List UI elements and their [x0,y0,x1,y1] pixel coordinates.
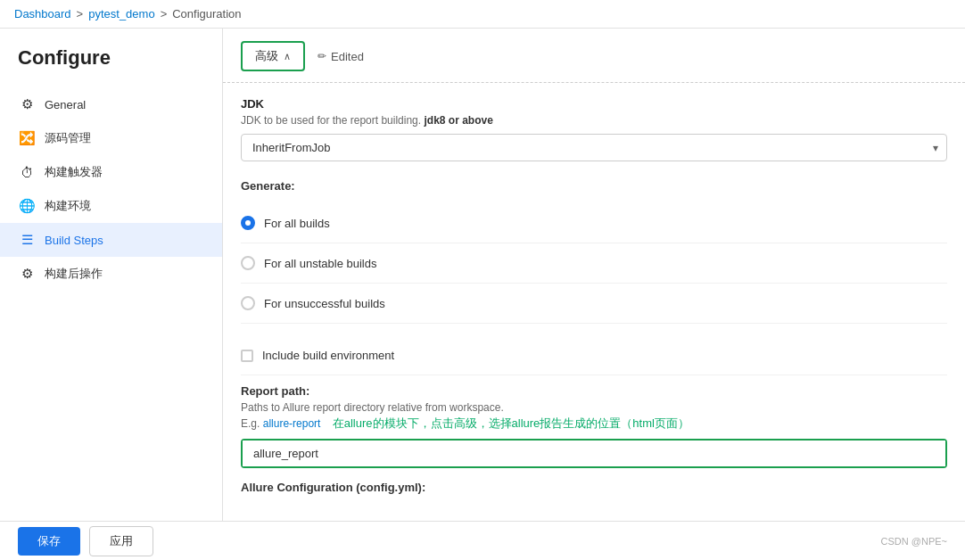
report-path-input[interactable] [243,441,945,466]
sidebar-item-label: 构建环境 [45,198,91,214]
sidebar-item-env[interactable]: 🌐 构建环境 [0,189,222,223]
report-path-section: Report path: Paths to Allure report dire… [241,384,947,468]
breadcrumb: Dashboard > pytest_demo > Configuration [0,0,965,29]
list-icon: ☰ [18,232,36,248]
breadcrumb-sep2: > [161,7,168,21]
gear-icon: ⚙ [18,96,36,112]
radio-unsuccessful-builds[interactable]: For unsuccessful builds [241,284,947,324]
sidebar-item-general[interactable]: ⚙ General [0,87,222,121]
radio-circle-unsuccessful [241,296,255,310]
sidebar-item-label: General [45,98,86,111]
branding: CSDN @NPE~ [881,536,947,547]
radio-label-all-builds: For all builds [264,217,330,230]
breadcrumb-project[interactable]: pytest_demo [88,7,154,21]
sidebar-item-build-steps[interactable]: ☰ Build Steps [0,223,222,257]
breadcrumb-sep1: > [77,7,84,21]
sidebar-item-trigger[interactable]: ⏱ 构建触发器 [0,155,222,189]
breadcrumb-current: Configuration [172,7,241,21]
generate-label: Generate: [241,179,947,193]
globe-icon: 🌐 [18,198,36,214]
edited-label: Edited [331,50,364,63]
bottom-bar: 保存 应用 CSDN @NPE~ [0,521,965,556]
advanced-button[interactable]: 高级 ∧ [241,41,305,71]
sidebar-item-post-build[interactable]: ⚙ 构建后操作 [0,257,222,291]
jdk-select-wrapper: InheritFromJob jdk8 jdk11 ▾ [241,134,947,161]
radio-unstable-builds[interactable]: For all unstable builds [241,243,947,284]
save-button[interactable]: 保存 [18,527,80,556]
branch-icon: 🔀 [18,130,36,146]
annotation-text: 在allure的模块下，点击高级，选择allure报告生成的位置（html页面） [333,416,689,430]
radio-circle-all-builds [241,216,255,230]
breadcrumb-dashboard[interactable]: Dashboard [14,7,71,21]
sidebar-item-label: 源码管理 [45,130,91,146]
jdk-title: JDK [241,97,947,111]
sidebar-item-label: 构建触发器 [45,164,103,180]
allure-report-link[interactable]: allure-report [263,417,321,430]
advanced-panel: JDK JDK to be used for the report buildi… [223,82,965,512]
sidebar-item-label: Build Steps [45,234,103,247]
page-title: Configure [0,46,222,87]
sidebar-item-source[interactable]: 🔀 源码管理 [0,121,222,155]
advanced-label: 高级 [255,48,278,64]
chevron-up-icon: ∧ [284,51,291,62]
radio-label-unstable: For all unstable builds [264,257,376,270]
apply-button[interactable]: 应用 [89,526,153,556]
report-path-label: Report path: [241,384,947,398]
settings-icon: ⚙ [18,266,36,282]
radio-label-unsuccessful: For unsuccessful builds [264,297,385,310]
include-env-option[interactable]: Include build environment [241,336,947,375]
include-env-checkbox[interactable] [241,350,253,362]
report-input-wrapper [241,439,947,468]
jdk-description: JDK to be used for the report building. … [241,114,947,127]
radio-all-builds[interactable]: For all builds [241,203,947,243]
pencil-icon: ✏ [318,50,326,62]
report-path-desc2: E.g. allure-report 在allure的模块下，点击高级，选择al… [241,416,947,432]
jdk-desc-strong: jdk8 or above [424,114,492,127]
jdk-select[interactable]: InheritFromJob jdk8 jdk11 [241,134,947,161]
sidebar-item-label: 构建后操作 [45,266,103,282]
generate-radio-group: For all builds For all unstable builds F… [241,203,947,324]
include-env-label: Include build environment [262,349,394,362]
allure-config-label: Allure Configuration (config.yml): [241,481,947,494]
main-content: 高级 ∧ ✏ Edited JDK JDK to be used for the… [223,29,965,556]
clock-icon: ⏱ [18,165,36,180]
sidebar: Configure ⚙ General 🔀 源码管理 ⏱ 构建触发器 🌐 构建环… [0,29,223,556]
edited-badge: ✏ Edited [318,50,364,63]
radio-circle-unstable [241,256,255,270]
report-path-desc1: Paths to Allure report directory relativ… [241,401,947,414]
